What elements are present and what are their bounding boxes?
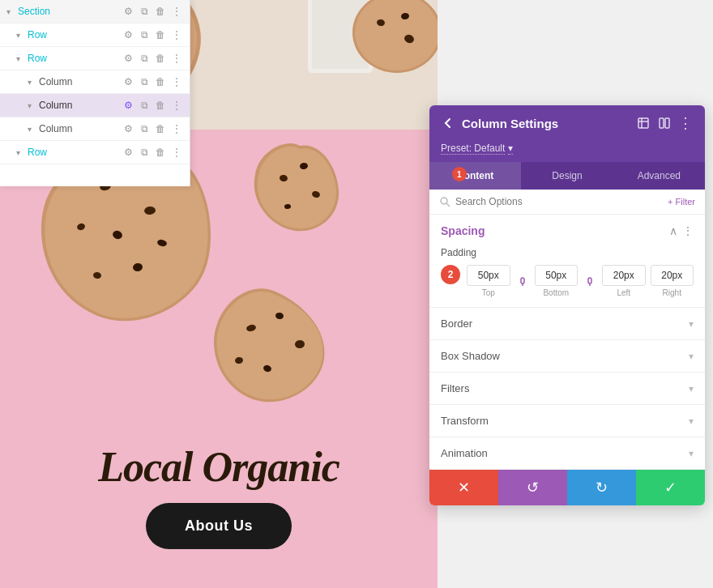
padding-bottom-label: Bottom: [543, 288, 569, 297]
layer-actions: ⚙ ⧉ 🗑 ⋮: [122, 52, 183, 65]
delete-icon[interactable]: 🗑: [154, 52, 167, 65]
settings-panel-title: Column Settings: [462, 117, 629, 130]
layer-item-row-1[interactable]: ▾ Row ⚙ ⧉ 🗑 ⋮: [0, 23, 190, 47]
filters-title: Filters: [441, 382, 469, 394]
search-bar: + Filter: [429, 190, 705, 215]
link-top-bottom-icon[interactable]: [515, 276, 530, 290]
delete-icon[interactable]: 🗑: [154, 28, 167, 41]
more-options-icon[interactable]: ⋮: [677, 115, 694, 131]
chevron-icon: ▾: [28, 101, 39, 110]
save-button[interactable]: ✓: [636, 470, 705, 505]
settings-panel: Column Settings ⋮ Preset: Default ▾: [429, 105, 705, 505]
back-arrow-icon[interactable]: [441, 116, 455, 130]
copy-icon[interactable]: ⧉: [138, 5, 151, 18]
more-icon[interactable]: ⋮: [170, 146, 183, 159]
copy-icon[interactable]: ⧉: [138, 28, 151, 41]
section-more-icon[interactable]: ⋮: [682, 224, 694, 237]
settings-preset[interactable]: Preset: Default ▾: [429, 141, 705, 162]
delete-icon[interactable]: 🗑: [154, 99, 167, 112]
settings-icon[interactable]: ⚙: [122, 146, 134, 159]
delete-icon[interactable]: 🗑: [154, 5, 167, 18]
link-left-right-icon[interactable]: [583, 276, 597, 290]
redo-button[interactable]: ↻: [567, 470, 636, 505]
padding-top-input[interactable]: [467, 265, 510, 286]
layer-item-column-1[interactable]: ▾ Column ⚙ ⧉ 🗑 ⋮: [0, 70, 190, 94]
layer-label: Section: [18, 6, 122, 17]
transform-section[interactable]: Transform ▾: [429, 405, 705, 437]
padding-right-input[interactable]: [651, 265, 694, 286]
layer-item-row-2[interactable]: ▾ Row ⚙ ⧉ 🗑 ⋮: [0, 47, 190, 70]
more-icon[interactable]: ⋮: [170, 75, 183, 88]
settings-icon[interactable]: ⚙: [122, 75, 134, 88]
more-icon[interactable]: ⋮: [170, 5, 183, 18]
layer-label: Row: [28, 29, 122, 40]
layer-actions: ⚙ ⧉ 🗑 ⋮: [122, 28, 183, 41]
filter-button[interactable]: + Filter: [668, 197, 695, 207]
delete-icon[interactable]: 🗑: [154, 75, 167, 88]
padding-label: Padding: [441, 247, 694, 258]
animation-title: Animation: [441, 447, 488, 459]
expand-icon[interactable]: [635, 115, 651, 131]
settings-icon[interactable]: ⚙: [122, 122, 134, 135]
layer-item-section[interactable]: ▾ Section ⚙ ⧉ 🗑 ⋮: [0, 0, 190, 23]
chevron-icon: ▾: [16, 148, 28, 157]
tab-advanced-label: Advanced: [638, 170, 681, 181]
border-section[interactable]: Border ▾: [429, 308, 705, 340]
chevron-icon: ▾: [16, 31, 28, 40]
layout-icon[interactable]: [656, 115, 672, 131]
padding-right-field: Right: [651, 265, 694, 297]
padding-bottom-field: Bottom: [535, 265, 579, 297]
chevron-icon: ▾: [28, 125, 39, 134]
settings-icon[interactable]: ⚙: [122, 5, 134, 18]
border-title: Border: [441, 317, 472, 330]
chevron-down-icon: ▾: [689, 351, 694, 362]
chevron-down-icon: ▾: [689, 383, 694, 394]
copy-icon[interactable]: ⧉: [138, 52, 151, 65]
layer-item-column-2-active[interactable]: ▾ Column ⚙ ⧉ 🗑 ⋮: [0, 94, 190, 117]
tab-design-label: Design: [552, 170, 582, 181]
pink-section: Local Organic About Us: [0, 130, 438, 588]
undo-button[interactable]: ↺: [498, 470, 567, 505]
search-input[interactable]: [455, 196, 668, 207]
transform-title: Transform: [441, 415, 489, 427]
settings-icon[interactable]: ⚙: [122, 99, 134, 112]
local-organic-title: Local Organic: [0, 443, 438, 491]
more-icon[interactable]: ⋮: [170, 52, 183, 65]
layer-label: Row: [28, 53, 122, 64]
spacing-title: Spacing: [441, 224, 485, 237]
layer-actions: ⚙ ⧉ 🗑 ⋮: [122, 146, 183, 159]
preset-label: Preset: Default: [441, 143, 505, 155]
more-icon[interactable]: ⋮: [170, 99, 183, 112]
box-shadow-title: Box Shadow: [441, 350, 500, 362]
settings-icon[interactable]: ⚙: [122, 52, 134, 65]
copy-icon[interactable]: ⧉: [138, 99, 151, 112]
more-icon[interactable]: ⋮: [170, 122, 183, 135]
animation-section[interactable]: Animation ▾: [429, 437, 705, 470]
collapse-button[interactable]: ∧: [669, 224, 677, 237]
tab-design[interactable]: Design: [521, 162, 613, 190]
layer-item-row-3[interactable]: ▾ Row ⚙ ⧉ 🗑 ⋮: [0, 141, 190, 164]
cancel-button[interactable]: ✕: [429, 470, 498, 505]
tab-advanced[interactable]: Advanced: [613, 162, 705, 190]
about-us-button[interactable]: About Us: [146, 503, 292, 549]
delete-icon[interactable]: 🗑: [154, 146, 167, 159]
delete-icon[interactable]: 🗑: [154, 122, 167, 135]
svg-rect-33: [638, 118, 648, 128]
tab-content[interactable]: 1 Content: [429, 162, 521, 190]
layer-actions: ⚙ ⧉ 🗑 ⋮: [122, 122, 183, 135]
box-shadow-section[interactable]: Box Shadow ▾: [429, 340, 705, 373]
settings-icon[interactable]: ⚙: [122, 28, 134, 41]
padding-left-input[interactable]: [602, 265, 646, 286]
copy-icon[interactable]: ⧉: [138, 75, 151, 88]
layer-actions: ⚙ ⧉ 🗑 ⋮: [122, 99, 183, 112]
chevron-icon: ▾: [6, 7, 18, 16]
filters-section[interactable]: Filters ▾: [429, 373, 705, 405]
copy-icon[interactable]: ⧉: [138, 122, 151, 135]
layer-label: Column: [39, 76, 122, 87]
step-2-badge: 2: [441, 265, 460, 284]
more-icon[interactable]: ⋮: [170, 28, 183, 41]
padding-top-label: Top: [482, 288, 495, 297]
copy-icon[interactable]: ⧉: [138, 146, 151, 159]
layer-item-column-3[interactable]: ▾ Column ⚙ ⧉ 🗑 ⋮: [0, 117, 190, 141]
padding-bottom-input[interactable]: [535, 265, 579, 286]
